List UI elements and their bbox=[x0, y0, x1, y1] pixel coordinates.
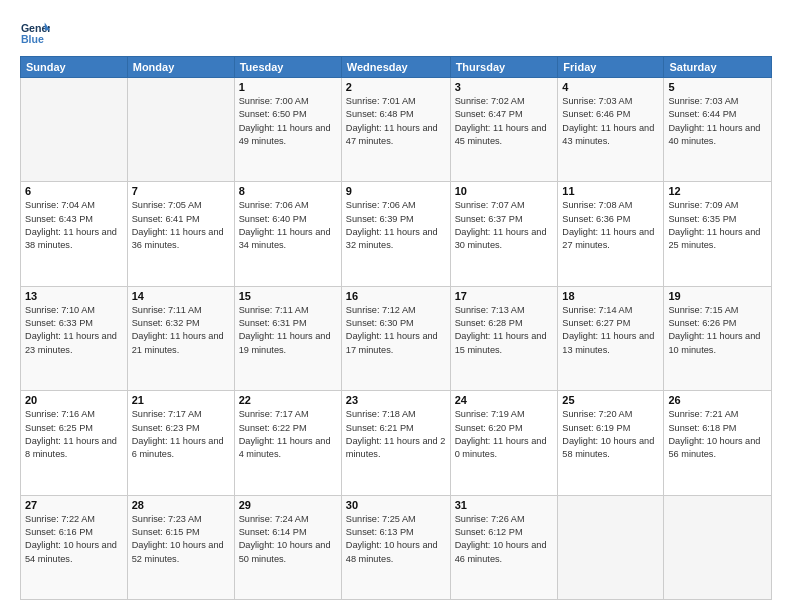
calendar-header-friday: Friday bbox=[558, 57, 664, 78]
day-number: 18 bbox=[562, 290, 659, 302]
calendar-cell: 10Sunrise: 7:07 AM Sunset: 6:37 PM Dayli… bbox=[450, 182, 558, 286]
day-number: 7 bbox=[132, 185, 230, 197]
day-number: 12 bbox=[668, 185, 767, 197]
day-info: Sunrise: 7:26 AM Sunset: 6:12 PM Dayligh… bbox=[455, 513, 554, 566]
day-info: Sunrise: 7:17 AM Sunset: 6:23 PM Dayligh… bbox=[132, 408, 230, 461]
day-info: Sunrise: 7:03 AM Sunset: 6:46 PM Dayligh… bbox=[562, 95, 659, 148]
day-info: Sunrise: 7:21 AM Sunset: 6:18 PM Dayligh… bbox=[668, 408, 767, 461]
day-info: Sunrise: 7:06 AM Sunset: 6:40 PM Dayligh… bbox=[239, 199, 337, 252]
calendar-cell: 5Sunrise: 7:03 AM Sunset: 6:44 PM Daylig… bbox=[664, 78, 772, 182]
calendar-cell: 19Sunrise: 7:15 AM Sunset: 6:26 PM Dayli… bbox=[664, 286, 772, 390]
day-number: 15 bbox=[239, 290, 337, 302]
calendar-cell: 4Sunrise: 7:03 AM Sunset: 6:46 PM Daylig… bbox=[558, 78, 664, 182]
calendar-week-2: 6Sunrise: 7:04 AM Sunset: 6:43 PM Daylig… bbox=[21, 182, 772, 286]
day-number: 28 bbox=[132, 499, 230, 511]
day-number: 31 bbox=[455, 499, 554, 511]
header: General Blue bbox=[20, 18, 772, 48]
calendar-cell: 22Sunrise: 7:17 AM Sunset: 6:22 PM Dayli… bbox=[234, 391, 341, 495]
calendar-header-wednesday: Wednesday bbox=[341, 57, 450, 78]
day-info: Sunrise: 7:15 AM Sunset: 6:26 PM Dayligh… bbox=[668, 304, 767, 357]
calendar-cell: 1Sunrise: 7:00 AM Sunset: 6:50 PM Daylig… bbox=[234, 78, 341, 182]
calendar-cell: 9Sunrise: 7:06 AM Sunset: 6:39 PM Daylig… bbox=[341, 182, 450, 286]
day-number: 19 bbox=[668, 290, 767, 302]
calendar-week-5: 27Sunrise: 7:22 AM Sunset: 6:16 PM Dayli… bbox=[21, 495, 772, 599]
calendar-cell: 25Sunrise: 7:20 AM Sunset: 6:19 PM Dayli… bbox=[558, 391, 664, 495]
day-info: Sunrise: 7:04 AM Sunset: 6:43 PM Dayligh… bbox=[25, 199, 123, 252]
calendar-cell: 16Sunrise: 7:12 AM Sunset: 6:30 PM Dayli… bbox=[341, 286, 450, 390]
day-info: Sunrise: 7:19 AM Sunset: 6:20 PM Dayligh… bbox=[455, 408, 554, 461]
calendar-cell: 14Sunrise: 7:11 AM Sunset: 6:32 PM Dayli… bbox=[127, 286, 234, 390]
day-info: Sunrise: 7:00 AM Sunset: 6:50 PM Dayligh… bbox=[239, 95, 337, 148]
day-info: Sunrise: 7:11 AM Sunset: 6:32 PM Dayligh… bbox=[132, 304, 230, 357]
calendar-cell: 29Sunrise: 7:24 AM Sunset: 6:14 PM Dayli… bbox=[234, 495, 341, 599]
day-info: Sunrise: 7:16 AM Sunset: 6:25 PM Dayligh… bbox=[25, 408, 123, 461]
calendar-header-thursday: Thursday bbox=[450, 57, 558, 78]
calendar: SundayMondayTuesdayWednesdayThursdayFrid… bbox=[20, 56, 772, 600]
calendar-cell: 2Sunrise: 7:01 AM Sunset: 6:48 PM Daylig… bbox=[341, 78, 450, 182]
calendar-cell: 31Sunrise: 7:26 AM Sunset: 6:12 PM Dayli… bbox=[450, 495, 558, 599]
logo: General Blue bbox=[20, 18, 54, 48]
calendar-cell: 23Sunrise: 7:18 AM Sunset: 6:21 PM Dayli… bbox=[341, 391, 450, 495]
day-info: Sunrise: 7:20 AM Sunset: 6:19 PM Dayligh… bbox=[562, 408, 659, 461]
day-info: Sunrise: 7:18 AM Sunset: 6:21 PM Dayligh… bbox=[346, 408, 446, 461]
day-number: 21 bbox=[132, 394, 230, 406]
calendar-week-3: 13Sunrise: 7:10 AM Sunset: 6:33 PM Dayli… bbox=[21, 286, 772, 390]
calendar-cell bbox=[21, 78, 128, 182]
day-info: Sunrise: 7:09 AM Sunset: 6:35 PM Dayligh… bbox=[668, 199, 767, 252]
calendar-week-4: 20Sunrise: 7:16 AM Sunset: 6:25 PM Dayli… bbox=[21, 391, 772, 495]
day-number: 10 bbox=[455, 185, 554, 197]
calendar-cell: 20Sunrise: 7:16 AM Sunset: 6:25 PM Dayli… bbox=[21, 391, 128, 495]
calendar-cell: 13Sunrise: 7:10 AM Sunset: 6:33 PM Dayli… bbox=[21, 286, 128, 390]
calendar-cell: 8Sunrise: 7:06 AM Sunset: 6:40 PM Daylig… bbox=[234, 182, 341, 286]
day-number: 26 bbox=[668, 394, 767, 406]
logo-icon: General Blue bbox=[20, 18, 50, 48]
calendar-cell: 21Sunrise: 7:17 AM Sunset: 6:23 PM Dayli… bbox=[127, 391, 234, 495]
calendar-cell: 30Sunrise: 7:25 AM Sunset: 6:13 PM Dayli… bbox=[341, 495, 450, 599]
day-number: 29 bbox=[239, 499, 337, 511]
calendar-cell: 24Sunrise: 7:19 AM Sunset: 6:20 PM Dayli… bbox=[450, 391, 558, 495]
calendar-header-saturday: Saturday bbox=[664, 57, 772, 78]
calendar-cell: 28Sunrise: 7:23 AM Sunset: 6:15 PM Dayli… bbox=[127, 495, 234, 599]
day-info: Sunrise: 7:14 AM Sunset: 6:27 PM Dayligh… bbox=[562, 304, 659, 357]
calendar-cell: 7Sunrise: 7:05 AM Sunset: 6:41 PM Daylig… bbox=[127, 182, 234, 286]
day-number: 3 bbox=[455, 81, 554, 93]
svg-text:Blue: Blue bbox=[21, 33, 44, 45]
calendar-header-sunday: Sunday bbox=[21, 57, 128, 78]
calendar-cell bbox=[664, 495, 772, 599]
day-number: 6 bbox=[25, 185, 123, 197]
day-info: Sunrise: 7:24 AM Sunset: 6:14 PM Dayligh… bbox=[239, 513, 337, 566]
day-number: 25 bbox=[562, 394, 659, 406]
calendar-cell: 18Sunrise: 7:14 AM Sunset: 6:27 PM Dayli… bbox=[558, 286, 664, 390]
day-info: Sunrise: 7:06 AM Sunset: 6:39 PM Dayligh… bbox=[346, 199, 446, 252]
day-info: Sunrise: 7:03 AM Sunset: 6:44 PM Dayligh… bbox=[668, 95, 767, 148]
calendar-cell: 26Sunrise: 7:21 AM Sunset: 6:18 PM Dayli… bbox=[664, 391, 772, 495]
calendar-cell: 11Sunrise: 7:08 AM Sunset: 6:36 PM Dayli… bbox=[558, 182, 664, 286]
day-number: 30 bbox=[346, 499, 446, 511]
day-number: 23 bbox=[346, 394, 446, 406]
calendar-cell bbox=[558, 495, 664, 599]
day-info: Sunrise: 7:05 AM Sunset: 6:41 PM Dayligh… bbox=[132, 199, 230, 252]
day-number: 9 bbox=[346, 185, 446, 197]
calendar-cell: 15Sunrise: 7:11 AM Sunset: 6:31 PM Dayli… bbox=[234, 286, 341, 390]
day-info: Sunrise: 7:11 AM Sunset: 6:31 PM Dayligh… bbox=[239, 304, 337, 357]
day-info: Sunrise: 7:10 AM Sunset: 6:33 PM Dayligh… bbox=[25, 304, 123, 357]
day-info: Sunrise: 7:07 AM Sunset: 6:37 PM Dayligh… bbox=[455, 199, 554, 252]
day-number: 24 bbox=[455, 394, 554, 406]
day-number: 11 bbox=[562, 185, 659, 197]
day-number: 2 bbox=[346, 81, 446, 93]
calendar-header-monday: Monday bbox=[127, 57, 234, 78]
calendar-cell: 3Sunrise: 7:02 AM Sunset: 6:47 PM Daylig… bbox=[450, 78, 558, 182]
day-number: 4 bbox=[562, 81, 659, 93]
page: General Blue SundayMondayTuesdayWednesda… bbox=[0, 0, 792, 612]
day-number: 20 bbox=[25, 394, 123, 406]
day-info: Sunrise: 7:08 AM Sunset: 6:36 PM Dayligh… bbox=[562, 199, 659, 252]
calendar-cell: 12Sunrise: 7:09 AM Sunset: 6:35 PM Dayli… bbox=[664, 182, 772, 286]
calendar-cell bbox=[127, 78, 234, 182]
day-number: 17 bbox=[455, 290, 554, 302]
day-info: Sunrise: 7:23 AM Sunset: 6:15 PM Dayligh… bbox=[132, 513, 230, 566]
calendar-cell: 17Sunrise: 7:13 AM Sunset: 6:28 PM Dayli… bbox=[450, 286, 558, 390]
calendar-cell: 27Sunrise: 7:22 AM Sunset: 6:16 PM Dayli… bbox=[21, 495, 128, 599]
day-number: 27 bbox=[25, 499, 123, 511]
day-number: 16 bbox=[346, 290, 446, 302]
day-number: 22 bbox=[239, 394, 337, 406]
